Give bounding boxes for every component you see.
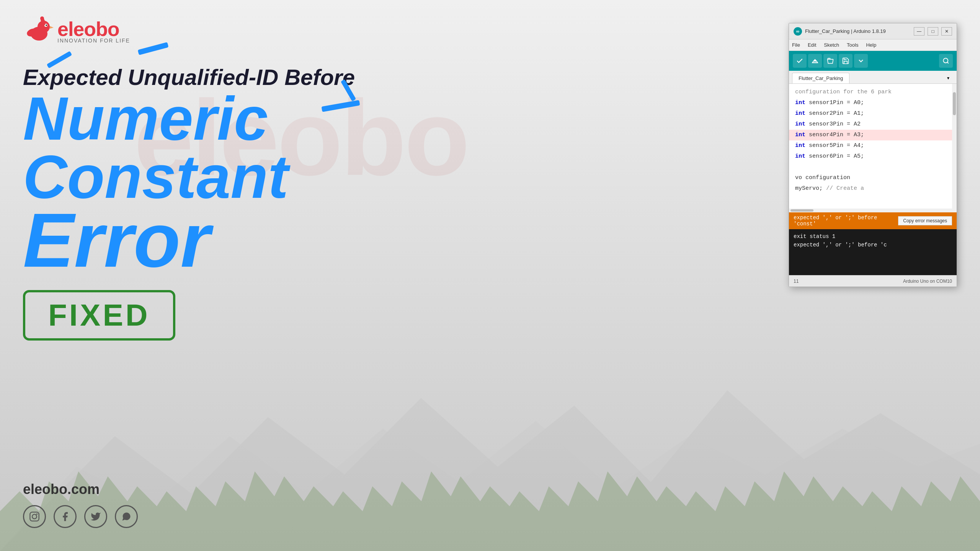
logo-tagline: INNOVATION FOR LIFE — [57, 37, 130, 44]
code-line-3: int sensor3Pin = A2 — [789, 119, 957, 130]
svg-point-6 — [46, 24, 47, 26]
window-title-left: ∞ Flutter_Car_Parking | Arduino 1.8.19 — [794, 27, 886, 36]
minimize-button[interactable]: — — [914, 27, 924, 36]
toolbar-left — [793, 54, 868, 68]
tab-dropdown-button[interactable]: ▾ — [943, 73, 954, 83]
logo-area: eleobo INNOVATION FOR LIFE — [23, 15, 130, 46]
window-controls: — □ ✕ — [914, 27, 952, 36]
svg-rect-10 — [30, 512, 39, 521]
code-content: configuration for the 6 park int sensor1… — [789, 84, 957, 209]
main-content: Expected Unqualified-ID Before Numeric C… — [23, 57, 368, 341]
search-button[interactable] — [939, 54, 953, 68]
code-line-blank — [789, 162, 957, 173]
code-line-2: int sensor2Pin = A1; — [789, 108, 957, 119]
fixed-text: FIXED — [48, 298, 150, 332]
logo-bird-icon — [23, 15, 54, 46]
main-title-line1: Numeric Constant — [23, 90, 368, 206]
menu-sketch[interactable]: Sketch — [824, 42, 839, 48]
facebook-icon[interactable] — [54, 505, 77, 528]
menu-bar: File Edit Sketch Tools Help — [789, 39, 957, 51]
svg-point-11 — [32, 514, 37, 519]
toolbar — [789, 51, 957, 71]
code-line-comment: configuration for the 6 park — [789, 87, 957, 98]
website-url: eleobo.com — [23, 481, 138, 497]
close-button[interactable]: ✕ — [941, 27, 952, 36]
window-titlebar: ∞ Flutter_Car_Parking | Arduino 1.8.19 —… — [789, 23, 957, 39]
svg-point-9 — [40, 16, 44, 20]
fixed-badge: FIXED — [23, 290, 175, 341]
menu-help[interactable]: Help — [866, 42, 876, 48]
open-button[interactable] — [823, 54, 837, 68]
code-line-5: int sensor5Pin = A4; — [789, 140, 957, 151]
verify-button[interactable] — [793, 54, 807, 68]
vertical-scrollbar[interactable] — [952, 84, 957, 209]
instagram-icon[interactable] — [23, 505, 46, 528]
console-line-2: expected ',' or ';' before 'c — [794, 241, 952, 249]
main-title-line2: Error — [23, 206, 368, 275]
menu-tools[interactable]: Tools — [847, 42, 858, 48]
status-line-number: 11 — [794, 279, 799, 284]
logo-name: eleobo — [57, 18, 130, 41]
save-button[interactable] — [839, 54, 853, 68]
arduino-logo-icon: ∞ — [794, 27, 802, 36]
svg-point-15 — [943, 58, 948, 63]
window-title-text: Flutter_Car_Parking | Arduino 1.8.19 — [805, 28, 886, 34]
whatsapp-icon[interactable] — [115, 505, 138, 528]
code-line-6: int sensor6Pin = A5; — [789, 151, 957, 162]
status-bar: 11 Arduino Uno on COM10 — [789, 275, 957, 287]
error-bar: expected ',' or ';' before 'const' Copy … — [789, 212, 957, 229]
twitter-icon[interactable] — [84, 505, 107, 528]
h-scrollbar-thumb[interactable] — [791, 209, 813, 212]
svg-point-12 — [36, 514, 38, 515]
console-output: exit status 1 expected ',' or ';' before… — [789, 229, 957, 275]
maximize-button[interactable]: □ — [928, 27, 938, 36]
copy-error-button[interactable]: Copy error messages — [898, 216, 952, 225]
code-editor: configuration for the 6 park int sensor1… — [789, 84, 957, 209]
social-icons — [23, 505, 138, 528]
arduino-window: ∞ Flutter_Car_Parking | Arduino 1.8.19 —… — [789, 23, 957, 287]
svg-marker-7 — [50, 26, 54, 29]
tab-flutter-car-parking[interactable]: Flutter_Car_Parking — [792, 73, 849, 83]
status-board: Arduino Uno on COM10 — [903, 279, 952, 284]
console-line-1: exit status 1 — [794, 232, 952, 241]
code-line-4: int sensor4Pin = A3; — [789, 130, 957, 140]
code-line-vo: vo configuration — [789, 173, 957, 183]
scrollbar-thumb[interactable] — [953, 92, 956, 115]
tab-bar: Flutter_Car_Parking ▾ — [789, 71, 957, 84]
horizontal-scrollbar[interactable] — [789, 209, 957, 212]
menu-edit[interactable]: Edit — [808, 42, 816, 48]
menu-file[interactable]: File — [792, 42, 800, 48]
serial-monitor-button[interactable] — [854, 54, 868, 68]
code-line-servo: myServo; // Create a — [789, 183, 957, 194]
code-line-1: int sensor1Pin = A0; — [789, 98, 957, 108]
upload-button[interactable] — [808, 54, 822, 68]
svg-line-16 — [947, 62, 948, 63]
error-message: expected ',' or ';' before 'const' — [794, 215, 898, 227]
footer: eleobo.com — [23, 481, 138, 528]
